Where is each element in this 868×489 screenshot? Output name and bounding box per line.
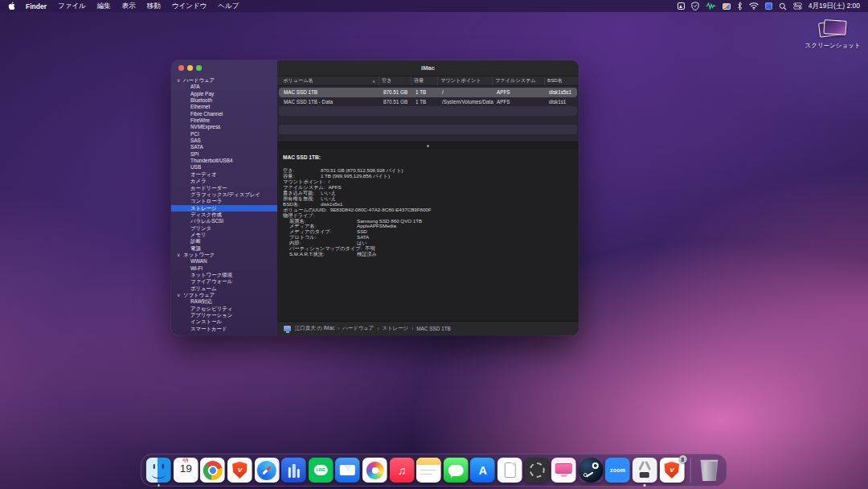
dock-messages-icon[interactable] [444,458,469,483]
dock-safari-icon[interactable] [254,458,279,483]
menu-item-ウインドウ[interactable]: ウインドウ [166,2,213,11]
sidebar-item-ATA[interactable]: ATA [171,84,277,90]
menu-app-name[interactable]: Finder [20,2,52,10]
breadcrumb-item[interactable]: MAC SSD 1TB [416,326,451,331]
table-row[interactable]: MAC SSD 1TB - Data870.51 GB1 TB/System/V… [279,97,577,107]
dock-document-icon[interactable] [497,458,522,483]
sidebar-item-Fibre Channel[interactable]: Fibre Channel [171,111,277,117]
dock-mail-icon[interactable] [335,458,360,483]
column-header-容量[interactable]: 容量 [411,76,438,85]
sidebar-list: ∨ハードウェアATAApple PayBluetoothEthernetFibr… [171,77,277,332]
sidebar-item-カードリーダー[interactable]: カードリーダー [171,185,277,191]
sidebar-item-インストール[interactable]: インストール [171,318,277,325]
dock-files-icon[interactable] [281,458,306,483]
sidebar-item-Apple Pay[interactable]: Apple Pay [171,91,277,97]
dock-photos-icon[interactable] [362,458,387,483]
column-header-マウントポイント[interactable]: マウントポイント [438,76,493,85]
bluetooth-icon[interactable] [737,2,743,10]
sidebar-item-診断[interactable]: 診断 [171,238,277,244]
dock-finder-icon[interactable] [146,458,171,483]
dock-brave-beta-icon[interactable]: V8 [659,458,684,483]
column-header-ファイルシステム[interactable]: ファイルシステム [493,76,545,85]
desktop-screenshot-item[interactable]: スクリーンショット [804,19,862,50]
sidebar-item-アクセシビリティ[interactable]: アクセシビリティ [171,306,277,312]
menu-item-ファイル[interactable]: ファイル [52,2,92,11]
wifi-icon[interactable] [749,2,759,10]
table-row[interactable]: MAC SSD 1TB870.51 GB1 TB/APFSdisk1s5s1 [279,88,577,97]
sidebar-item-ボリューム[interactable]: ボリューム [171,286,277,292]
pane-splitter[interactable] [277,142,579,150]
sidebar-item-コントローラ[interactable]: コントローラ [171,198,277,204]
notification-badge: 8 [678,455,686,463]
dock-line-icon[interactable]: LINE [309,458,334,483]
window-content: iMac ボリューム名∧空き容量マウントポイントファイルシステムBSD名 MAC… [277,60,579,335]
menu-item-移動[interactable]: 移動 [141,2,166,11]
sidebar-item-FireWire[interactable]: FireWire [171,117,277,124]
window-title-bar[interactable]: iMac [277,60,579,76]
sidebar-group-ネットワーク[interactable]: ∨ネットワーク [171,252,277,258]
dock-music-icon[interactable]: ♫ [389,458,414,483]
sidebar-item-SATA[interactable]: SATA [171,144,277,150]
sidebar-item-パラレルSCSI[interactable]: パラレルSCSI [171,218,277,224]
control-center-icon[interactable] [793,2,802,10]
apple-menu-icon[interactable] [8,2,15,10]
sidebar-item-WWAN[interactable]: WWAN [171,258,277,265]
sidebar-item-ネットワーク環境[interactable]: ネットワーク環境 [171,272,277,278]
sidebar-item-Wi-Fi[interactable]: Wi-Fi [171,265,277,272]
screens-icon[interactable] [723,2,731,10]
sidebar-item-オーディオ[interactable]: オーディオ [171,171,277,178]
menu-item-表示[interactable]: 表示 [117,2,141,11]
dock-zoom-icon[interactable]: zoom [605,458,630,483]
dock-shutter-icon[interactable] [524,458,549,483]
dock-claw-icon[interactable] [633,458,657,483]
sidebar-item-グラフィックス/ディスプレイ[interactable]: グラフィックス/ディスプレイ [171,191,277,198]
sidebar-item-プリンタ[interactable]: プリンタ [171,225,277,232]
sidebar-item-NVMExpress[interactable]: NVMExpress [171,124,277,130]
sidebar-item-Ethernet[interactable]: Ethernet [171,104,277,110]
spotlight-icon[interactable] [779,2,787,10]
sidebar-item-アプリケーション[interactable]: アプリケーション [171,312,277,318]
dock-notes-icon[interactable] [416,458,441,483]
sidebar-item-カメラ[interactable]: カメラ [171,178,277,184]
breadcrumb-item[interactable]: 江口貴大 の iMac [295,325,334,332]
sidebar-group-ソフトウェア[interactable]: ∨ソフトウェア [171,292,277,298]
column-header-ボリューム名[interactable]: ボリューム名∧ [277,76,379,85]
breadcrumb-item[interactable]: ハードウェア [342,325,374,332]
dock-chrome-icon[interactable] [200,458,225,483]
sidebar-item-USB[interactable]: USB [171,164,277,171]
dock-steam-icon[interactable] [579,458,604,483]
detail-pane: MAC SSD 1TB: 空き:870.51 GB (870,512,508,9… [277,150,579,321]
blue-app-icon[interactable] [765,2,772,10]
waveform-icon[interactable] [706,2,716,10]
breadcrumb-item[interactable]: ストレージ [383,325,409,332]
sidebar-item-SAS[interactable]: SAS [171,138,277,144]
sidebar-item-RAW対応[interactable]: RAW対応 [171,298,277,305]
minimize-button[interactable] [187,65,193,71]
sidebar-item-電源[interactable]: 電源 [171,245,277,252]
sidebar-item-スマートカード[interactable]: スマートカード [171,326,277,332]
close-button[interactable] [178,65,184,71]
menu-item-編集[interactable]: 編集 [92,2,117,11]
dock-display-icon[interactable] [551,458,576,483]
sidebar-item-SPI[interactable]: SPI [171,151,277,158]
menubar-clock[interactable]: 4月19日(土) 2:00 [809,2,860,11]
sidebar-item-ファイアウォール[interactable]: ファイアウォール [171,278,277,285]
menu-item-ヘルプ[interactable]: ヘルプ [212,2,244,11]
sidebar-item-Bluetooth[interactable]: Bluetooth [171,97,277,104]
sidebar-item-ストレージ[interactable]: ストレージ [171,205,277,212]
sidebar-item-PCI[interactable]: PCI [171,131,277,138]
shield-icon[interactable] [691,2,699,10]
dock-brave-icon[interactable]: V [227,458,252,483]
column-header-BSD名[interactable]: BSD名 [545,76,579,85]
column-header-空き[interactable]: 空き [379,76,411,85]
sidebar-group-ハードウェア[interactable]: ∨ハードウェア [171,77,277,84]
dock-trash-icon[interactable] [697,458,722,483]
zoom-button[interactable] [196,65,202,71]
sidebar-item-メモリ[interactable]: メモリ [171,232,277,238]
sidebar-item-Thunderbolt/USB4[interactable]: Thunderbolt/USB4 [171,158,277,164]
detail-row: 容量:1 TB (999,995,129,856 バイト) [283,174,575,179]
dock-calendar-icon[interactable]: 4月19 [174,458,199,483]
input-source-icon[interactable] [678,2,685,10]
dock-app-store-icon[interactable]: A [470,458,495,483]
sidebar-item-ディスク作成[interactable]: ディスク作成 [171,212,277,218]
